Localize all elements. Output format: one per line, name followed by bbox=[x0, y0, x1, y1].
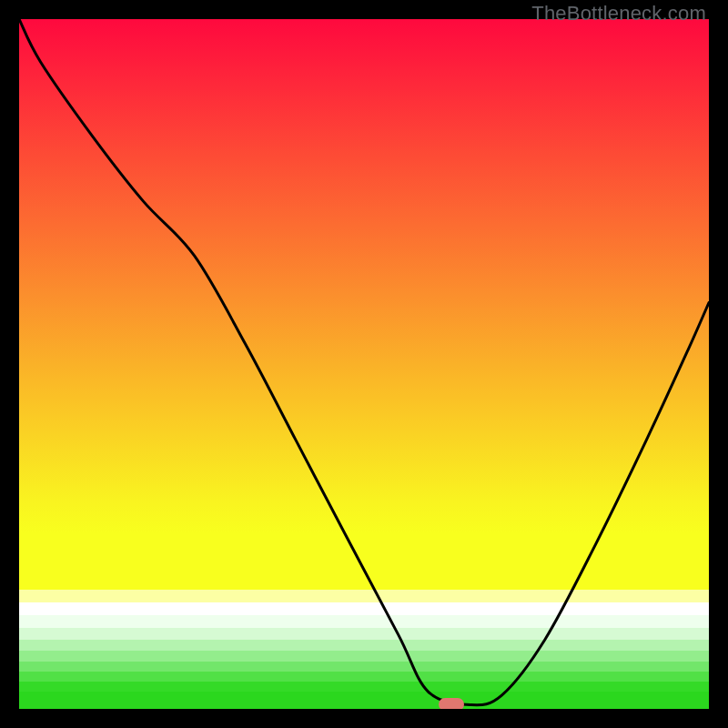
curve-path bbox=[19, 19, 709, 705]
bottleneck-curve bbox=[19, 19, 709, 709]
plot-area bbox=[19, 19, 709, 709]
optimal-marker bbox=[439, 698, 464, 709]
chart-frame: TheBottleneck.com bbox=[0, 0, 728, 728]
watermark-label: TheBottleneck.com bbox=[531, 2, 706, 25]
